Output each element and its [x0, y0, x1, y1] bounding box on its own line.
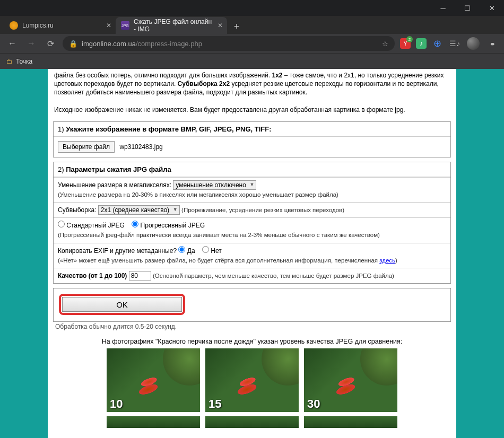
tab-title: Lumpics.ru: [22, 22, 54, 29]
bookmark-label: Точка: [16, 58, 32, 65]
lock-icon: 🔒: [69, 40, 77, 48]
new-tab-button[interactable]: +: [229, 19, 244, 34]
folder-icon: 🗀: [6, 58, 13, 65]
sub-select[interactable]: 2x1 (среднее качество): [98, 205, 180, 215]
close-icon[interactable]: ✕: [106, 22, 111, 29]
bookmark-folder[interactable]: 🗀 Точка: [6, 58, 32, 65]
back-button[interactable]: ←: [5, 37, 19, 50]
page-viewport[interactable]: файла без особых потерь, отлично подходи…: [0, 69, 504, 438]
radio-yes[interactable]: Да: [178, 247, 195, 255]
panel-title: 1) Укажите изображение в формате BMP, GI…: [54, 122, 450, 137]
row-quality: Качество (от 1 до 100) (Основной парамет…: [54, 268, 450, 283]
mp-label: Уменьшение размера в мегапикселях:: [58, 181, 171, 189]
row-subsampling: Субвыборка: 2x1 (среднее качество) (Прор…: [54, 202, 450, 217]
reading-list-icon[interactable]: ☰♪: [448, 37, 462, 50]
ok-highlight: OK: [59, 294, 185, 315]
favicon-imgonline: JPG: [121, 21, 129, 30]
intro-text: файла без особых потерь, отлично подходи…: [48, 69, 456, 119]
tab-lumpics[interactable]: Lumpics.ru ✕: [4, 17, 116, 34]
mp-hint: (Уменьшение размера на 20-30% в пикселях…: [58, 191, 338, 198]
compare-thumbs: 10 15 30: [48, 348, 456, 412]
exif-label: Копировать EXIF и другие метаданные?: [58, 247, 177, 255]
extension-globe[interactable]: ⊕: [432, 38, 442, 49]
thumb-partial: [205, 416, 299, 428]
address-bar: ← → ⟳ 🔒 imgonline.com.ua/compress-image.…: [0, 34, 504, 53]
radio-no[interactable]: Нет: [202, 247, 222, 255]
radio-standard[interactable]: Стандартный JPEG: [58, 222, 125, 229]
choose-file-button[interactable]: Выберите файл: [58, 141, 115, 153]
extension-music[interactable]: ♪: [416, 38, 427, 49]
exif-hint: («Нет» может ещё уменьшить размер файла,…: [58, 257, 397, 264]
ok-button[interactable]: OK: [62, 297, 182, 312]
sub-hint: (Прореживание, усреднение резких цветовы…: [181, 207, 344, 213]
close-button[interactable]: ✕: [480, 0, 504, 16]
q-hint: (Основной параметр, чем меньше качество,…: [153, 273, 394, 279]
sub-label: Субвыборка:: [58, 206, 96, 214]
favicon-lumpics: [10, 21, 18, 30]
panel-upload: 1) Укажите изображение в формате BMP, GI…: [53, 121, 451, 157]
extension-badge: 2: [406, 36, 413, 42]
quality-input[interactable]: [129, 271, 151, 281]
reload-button[interactable]: ⟳: [44, 37, 57, 50]
bookmark-star-icon[interactable]: ☆: [382, 40, 388, 48]
exif-link[interactable]: здесь: [379, 257, 395, 264]
radio-progressive[interactable]: Прогрессивный JPEG: [132, 222, 205, 229]
panel-submit: OK: [53, 288, 451, 322]
url-host: imgonline.com.ua: [82, 40, 136, 48]
extension-yandex[interactable]: Y2: [400, 38, 411, 49]
thumb-partial: [107, 416, 200, 428]
thumb-15: 15: [205, 348, 299, 412]
row-jpeg-type: Стандартный JPEG Прогрессивный JPEG (Про…: [54, 217, 450, 242]
compare-thumbs-row2: [48, 416, 456, 428]
minimize-button[interactable]: ─: [431, 0, 455, 16]
thumb-partial: [304, 416, 397, 428]
thumb-30: 30: [304, 348, 397, 412]
row-megapixels: Уменьшение размера в мегапикселях: умень…: [54, 177, 450, 202]
forward-button[interactable]: →: [24, 37, 38, 50]
bookmarks-bar: 🗀 Точка: [0, 53, 504, 69]
profile-avatar[interactable]: [467, 37, 480, 50]
kebab-menu-icon[interactable]: ● ● ●: [485, 37, 499, 50]
tab-strip: Lumpics.ru ✕ JPG Сжать JPEG файл онлайн …: [0, 16, 504, 34]
window-titlebar: ─ ☐ ✕: [0, 0, 504, 16]
url-input[interactable]: 🔒 imgonline.com.ua/compress-image.php ☆: [63, 36, 395, 51]
url-path: /compress-image.php: [136, 40, 202, 48]
thumb-10: 10: [107, 348, 200, 412]
compare-title: На фотографиях "Красного перчика после д…: [48, 338, 456, 345]
close-icon[interactable]: ✕: [218, 22, 223, 29]
maximize-button[interactable]: ☐: [455, 0, 480, 16]
row-exif: Копировать EXIF и другие метаданные? Да …: [54, 243, 450, 268]
panel-title: 2) Параметры сжатия JPG файла: [54, 162, 450, 177]
prog-hint: (Прогрессивный jpeg-файл практически все…: [58, 232, 380, 238]
tab-imgonline[interactable]: JPG Сжать JPEG файл онлайн - IMG ✕: [116, 17, 227, 34]
page-content: файла без особых потерь, отлично подходи…: [48, 69, 456, 438]
mp-select[interactable]: уменьшение отключено: [173, 180, 256, 190]
panel-params: 2) Параметры сжатия JPG файла Уменьшение…: [53, 162, 451, 284]
processing-hint: Обработка обычно длится 0.5-20 секунд.: [55, 323, 449, 330]
tab-title: Сжать JPEG файл онлайн - IMG: [134, 18, 212, 33]
file-name-label: wp3102483.jpg: [119, 143, 162, 151]
q-label: Качество (от 1 до 100): [58, 272, 127, 279]
